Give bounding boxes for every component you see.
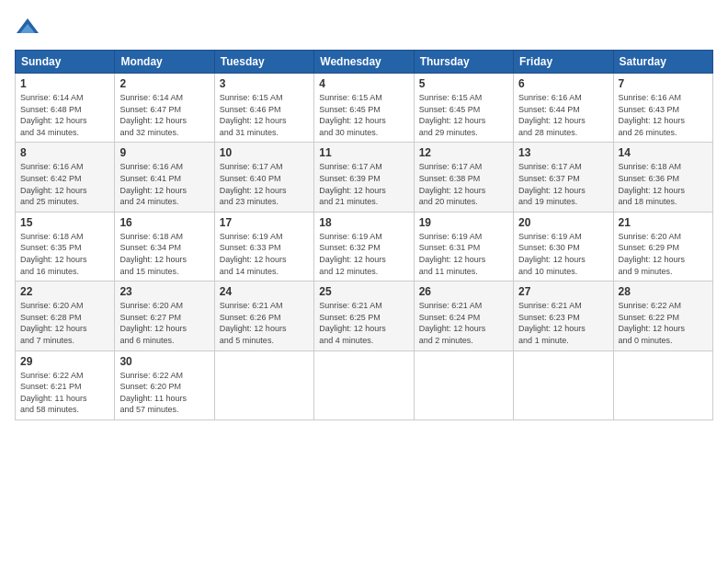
day-info: Sunrise: 6:15 AMSunset: 6:46 PMDaylight:… bbox=[220, 92, 309, 138]
day-number: 23 bbox=[119, 285, 209, 298]
day-info: Sunrise: 6:19 AMSunset: 6:30 PMDaylight:… bbox=[518, 231, 608, 277]
day-info: Sunrise: 6:19 AMSunset: 6:33 PMDaylight:… bbox=[220, 231, 309, 277]
day-info: Sunrise: 6:17 AMSunset: 6:39 PMDaylight:… bbox=[319, 161, 408, 207]
day-info: Sunrise: 6:17 AMSunset: 6:40 PMDaylight:… bbox=[220, 161, 309, 207]
day-number: 18 bbox=[319, 216, 408, 229]
day-cell-19: 19Sunrise: 6:19 AMSunset: 6:31 PMDayligh… bbox=[414, 212, 513, 281]
day-cell-13: 13Sunrise: 6:17 AMSunset: 6:37 PMDayligh… bbox=[514, 143, 613, 212]
day-cell-26: 26Sunrise: 6:21 AMSunset: 6:24 PMDayligh… bbox=[414, 282, 513, 350]
day-cell-6: 6Sunrise: 6:16 AMSunset: 6:44 PMDaylight… bbox=[514, 74, 613, 143]
day-number: 17 bbox=[220, 216, 309, 229]
day-cell-9: 9Sunrise: 6:16 AMSunset: 6:41 PMDaylight… bbox=[115, 143, 214, 212]
day-cell-30: 30Sunrise: 6:22 AMSunset: 6:20 PMDayligh… bbox=[115, 350, 214, 419]
day-info: Sunrise: 6:16 AMSunset: 6:42 PMDaylight:… bbox=[20, 161, 109, 207]
empty-cell bbox=[214, 350, 313, 419]
col-header-tuesday: Tuesday bbox=[214, 51, 313, 74]
day-info: Sunrise: 6:16 AMSunset: 6:41 PMDaylight:… bbox=[119, 161, 209, 207]
logo-icon bbox=[15, 15, 40, 40]
day-info: Sunrise: 6:21 AMSunset: 6:25 PMDaylight:… bbox=[319, 300, 408, 346]
week-row-2: 8Sunrise: 6:16 AMSunset: 6:42 PMDaylight… bbox=[16, 143, 713, 212]
day-cell-4: 4Sunrise: 6:15 AMSunset: 6:45 PMDaylight… bbox=[314, 74, 414, 143]
logo bbox=[15, 15, 44, 40]
col-header-wednesday: Wednesday bbox=[314, 51, 414, 74]
day-cell-5: 5Sunrise: 6:15 AMSunset: 6:45 PMDaylight… bbox=[414, 74, 513, 143]
day-number: 5 bbox=[419, 77, 508, 90]
day-info: Sunrise: 6:22 AMSunset: 6:22 PMDaylight:… bbox=[619, 300, 708, 346]
week-row-5: 29Sunrise: 6:22 AMSunset: 6:21 PMDayligh… bbox=[16, 350, 713, 419]
day-number: 3 bbox=[220, 77, 309, 90]
day-number: 26 bbox=[419, 285, 508, 298]
day-info: Sunrise: 6:15 AMSunset: 6:45 PMDaylight:… bbox=[419, 92, 508, 138]
day-cell-15: 15Sunrise: 6:18 AMSunset: 6:35 PMDayligh… bbox=[16, 212, 115, 281]
day-number: 1 bbox=[20, 77, 109, 90]
day-number: 13 bbox=[518, 146, 608, 159]
day-number: 8 bbox=[20, 146, 109, 159]
day-number: 10 bbox=[220, 146, 309, 159]
col-header-saturday: Saturday bbox=[613, 51, 712, 74]
col-header-monday: Monday bbox=[115, 51, 214, 74]
day-number: 16 bbox=[119, 216, 209, 229]
header bbox=[15, 15, 713, 40]
day-info: Sunrise: 6:14 AMSunset: 6:47 PMDaylight:… bbox=[119, 92, 209, 138]
week-row-3: 15Sunrise: 6:18 AMSunset: 6:35 PMDayligh… bbox=[16, 212, 713, 281]
empty-cell bbox=[314, 350, 414, 419]
col-header-thursday: Thursday bbox=[414, 51, 513, 74]
day-cell-10: 10Sunrise: 6:17 AMSunset: 6:40 PMDayligh… bbox=[214, 143, 313, 212]
day-cell-12: 12Sunrise: 6:17 AMSunset: 6:38 PMDayligh… bbox=[414, 143, 513, 212]
day-number: 20 bbox=[518, 216, 608, 229]
day-number: 30 bbox=[119, 355, 209, 368]
day-cell-14: 14Sunrise: 6:18 AMSunset: 6:36 PMDayligh… bbox=[613, 143, 712, 212]
day-cell-27: 27Sunrise: 6:21 AMSunset: 6:23 PMDayligh… bbox=[514, 282, 613, 350]
col-header-sunday: Sunday bbox=[16, 51, 115, 74]
day-info: Sunrise: 6:16 AMSunset: 6:43 PMDaylight:… bbox=[619, 92, 708, 138]
day-cell-11: 11Sunrise: 6:17 AMSunset: 6:39 PMDayligh… bbox=[314, 143, 414, 212]
page: SundayMondayTuesdayWednesdayThursdayFrid… bbox=[0, 0, 728, 563]
day-info: Sunrise: 6:19 AMSunset: 6:31 PMDaylight:… bbox=[419, 231, 508, 277]
day-info: Sunrise: 6:20 AMSunset: 6:28 PMDaylight:… bbox=[20, 300, 109, 346]
day-number: 9 bbox=[119, 146, 209, 159]
day-number: 29 bbox=[20, 355, 109, 368]
day-cell-25: 25Sunrise: 6:21 AMSunset: 6:25 PMDayligh… bbox=[314, 282, 414, 350]
day-info: Sunrise: 6:17 AMSunset: 6:37 PMDaylight:… bbox=[518, 161, 608, 207]
day-cell-7: 7Sunrise: 6:16 AMSunset: 6:43 PMDaylight… bbox=[613, 74, 712, 143]
empty-cell bbox=[414, 350, 513, 419]
day-number: 28 bbox=[619, 285, 708, 298]
day-cell-24: 24Sunrise: 6:21 AMSunset: 6:26 PMDayligh… bbox=[214, 282, 313, 350]
day-number: 19 bbox=[419, 216, 508, 229]
day-number: 2 bbox=[119, 77, 209, 90]
day-info: Sunrise: 6:15 AMSunset: 6:45 PMDaylight:… bbox=[319, 92, 408, 138]
day-info: Sunrise: 6:14 AMSunset: 6:48 PMDaylight:… bbox=[20, 92, 109, 138]
day-info: Sunrise: 6:18 AMSunset: 6:36 PMDaylight:… bbox=[619, 161, 708, 207]
empty-cell bbox=[514, 350, 613, 419]
day-cell-20: 20Sunrise: 6:19 AMSunset: 6:30 PMDayligh… bbox=[514, 212, 613, 281]
day-info: Sunrise: 6:19 AMSunset: 6:32 PMDaylight:… bbox=[319, 231, 408, 277]
day-cell-18: 18Sunrise: 6:19 AMSunset: 6:32 PMDayligh… bbox=[314, 212, 414, 281]
day-cell-21: 21Sunrise: 6:20 AMSunset: 6:29 PMDayligh… bbox=[613, 212, 712, 281]
calendar-header-row: SundayMondayTuesdayWednesdayThursdayFrid… bbox=[16, 51, 713, 74]
day-info: Sunrise: 6:18 AMSunset: 6:35 PMDaylight:… bbox=[20, 231, 109, 277]
day-number: 7 bbox=[619, 77, 708, 90]
day-number: 14 bbox=[619, 146, 708, 159]
day-number: 22 bbox=[20, 285, 109, 298]
week-row-4: 22Sunrise: 6:20 AMSunset: 6:28 PMDayligh… bbox=[16, 282, 713, 350]
day-info: Sunrise: 6:21 AMSunset: 6:26 PMDaylight:… bbox=[220, 300, 309, 346]
day-number: 11 bbox=[319, 146, 408, 159]
day-info: Sunrise: 6:20 AMSunset: 6:27 PMDaylight:… bbox=[119, 300, 209, 346]
day-number: 12 bbox=[419, 146, 508, 159]
day-number: 24 bbox=[220, 285, 309, 298]
day-info: Sunrise: 6:16 AMSunset: 6:44 PMDaylight:… bbox=[518, 92, 608, 138]
day-cell-1: 1Sunrise: 6:14 AMSunset: 6:48 PMDaylight… bbox=[16, 74, 115, 143]
day-info: Sunrise: 6:21 AMSunset: 6:23 PMDaylight:… bbox=[518, 300, 608, 346]
day-info: Sunrise: 6:20 AMSunset: 6:29 PMDaylight:… bbox=[619, 231, 708, 277]
day-cell-23: 23Sunrise: 6:20 AMSunset: 6:27 PMDayligh… bbox=[115, 282, 214, 350]
day-cell-29: 29Sunrise: 6:22 AMSunset: 6:21 PMDayligh… bbox=[16, 350, 115, 419]
day-number: 27 bbox=[518, 285, 608, 298]
day-info: Sunrise: 6:22 AMSunset: 6:21 PMDaylight:… bbox=[20, 370, 109, 416]
day-cell-2: 2Sunrise: 6:14 AMSunset: 6:47 PMDaylight… bbox=[115, 74, 214, 143]
day-cell-8: 8Sunrise: 6:16 AMSunset: 6:42 PMDaylight… bbox=[16, 143, 115, 212]
day-cell-22: 22Sunrise: 6:20 AMSunset: 6:28 PMDayligh… bbox=[16, 282, 115, 350]
day-number: 4 bbox=[319, 77, 408, 90]
day-info: Sunrise: 6:17 AMSunset: 6:38 PMDaylight:… bbox=[419, 161, 508, 207]
day-number: 21 bbox=[619, 216, 708, 229]
day-number: 6 bbox=[518, 77, 608, 90]
